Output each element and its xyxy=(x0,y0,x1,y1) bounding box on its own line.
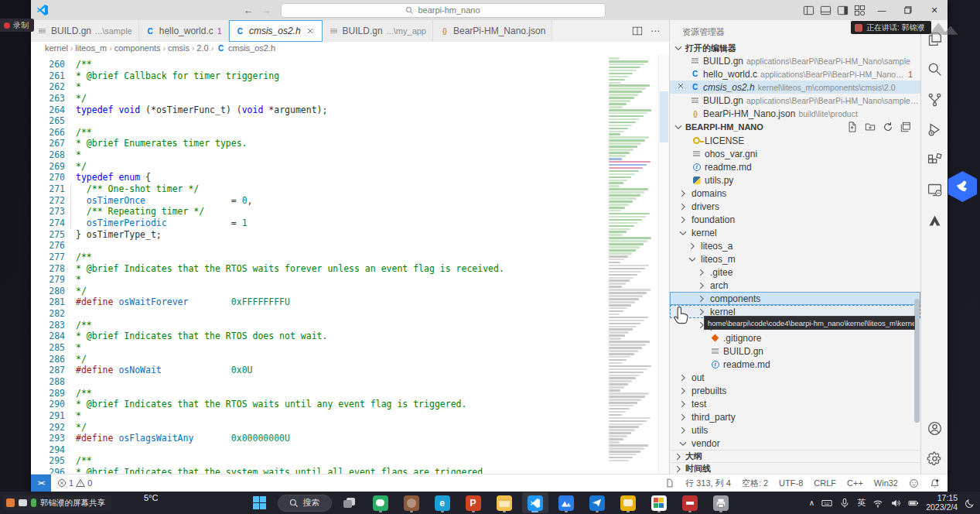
command-center-search[interactable]: bearpi-hm_nano xyxy=(281,3,606,18)
tree-item-ohos_var.gni[interactable]: ohos_var.gni xyxy=(670,147,920,160)
toggle-panel-icon[interactable] xyxy=(820,5,831,16)
tab-BearPi-HM_Nano.json[interactable]: {}BearPi-HM_Nano.json xyxy=(433,20,552,42)
network-icon[interactable] xyxy=(872,498,883,509)
clock-widget[interactable]: 17:152023/2/4 xyxy=(926,494,958,512)
screenshare-indicator[interactable]: 郭锦濮的屏幕共享 xyxy=(3,495,111,510)
tab-BUILD.gn[interactable]: BUILD.gn...\my_app xyxy=(323,20,433,42)
tree-item-liteos_a[interactable]: liteos_a xyxy=(670,239,920,252)
tree-item-utils[interactable]: utils xyxy=(670,423,920,437)
minimap[interactable] xyxy=(609,54,658,474)
start-button[interactable] xyxy=(247,492,273,513)
tree-item-domains[interactable]: domains xyxy=(670,187,920,200)
tree-item-test[interactable]: test xyxy=(670,397,920,410)
brown-app[interactable] xyxy=(398,492,425,513)
tree-item-components[interactable]: components xyxy=(670,292,920,305)
customize-layout-icon[interactable] xyxy=(854,5,866,16)
source-control-icon[interactable] xyxy=(925,90,944,108)
powerpoint-app[interactable]: P xyxy=(460,492,487,513)
remote-explorer-icon[interactable] xyxy=(925,180,944,199)
breadcrumb-item-liteos_m[interactable]: liteos_m xyxy=(75,43,107,53)
breadcrumb-item-kernel[interactable]: kernel xyxy=(45,43,68,53)
tab-cmsis_os2.h[interactable]: Ccmsis_os2.h xyxy=(229,20,323,42)
edge-browser[interactable]: e xyxy=(429,492,456,513)
breadcrumb-item-cmsis[interactable]: cmsis xyxy=(168,43,190,53)
tree-item-utils.py[interactable]: utils.py xyxy=(670,173,920,187)
search-box[interactable]: 搜索 xyxy=(278,495,332,512)
status-segment[interactable]: C++ xyxy=(847,478,863,488)
photos-app[interactable] xyxy=(646,492,672,513)
editor[interactable]: 2602612622632642652662672682692702712722… xyxy=(31,54,669,474)
project-header[interactable]: BEARPI-HM_NANO xyxy=(670,120,920,134)
collapse-all-icon[interactable] xyxy=(900,122,911,132)
task-view-button[interactable] xyxy=(336,492,363,513)
search-icon[interactable] xyxy=(925,60,944,78)
tree-item-third_party[interactable]: third_party xyxy=(670,410,920,423)
tree-item-BUILD.gn[interactable]: BUILD.gn xyxy=(670,344,920,358)
paper-plane-app[interactable] xyxy=(584,492,610,513)
open-editor-BearPi-HM_Nano.json[interactable]: {}BearPi-HM_Nano.jsonbuild\lite\product xyxy=(670,107,920,120)
battery-icon[interactable] xyxy=(908,498,919,509)
yellow-app[interactable] xyxy=(615,492,641,513)
weather-widget[interactable]: 5°C xyxy=(144,493,158,502)
tree-item-readme.md[interactable]: ireadme.md xyxy=(670,358,920,371)
settings-icon[interactable] xyxy=(925,449,944,468)
close-button[interactable]: ✕ xyxy=(921,0,948,20)
toggle-sidebar-left-icon[interactable] xyxy=(803,5,814,16)
code-area[interactable]: /*** @brief Callback for timer triggerin… xyxy=(65,59,609,474)
vscode-app[interactable] xyxy=(522,492,548,513)
breadcrumb-item-components[interactable]: components xyxy=(114,43,161,53)
run-debug-icon[interactable] xyxy=(925,120,944,139)
recording-indicator[interactable]: 录制 xyxy=(0,19,34,32)
status-segment[interactable]: CRLF xyxy=(814,478,836,488)
touch-keyboard-icon[interactable] xyxy=(821,498,832,509)
account-icon[interactable] xyxy=(925,419,944,437)
notifications-bell-icon[interactable] xyxy=(930,478,940,488)
tab-hello_world.c[interactable]: Chello_world.c1 xyxy=(139,20,229,42)
tree-item-prebuilts[interactable]: prebuilts xyxy=(670,384,920,397)
more-actions-icon[interactable]: ⋯ xyxy=(650,26,660,36)
ime-indicator[interactable]: 英 xyxy=(857,497,866,509)
tree-item-vendor[interactable]: vendor xyxy=(670,437,920,450)
tree-item-.gitignore[interactable]: .gitignore xyxy=(670,331,920,344)
tree-item-arch[interactable]: arch xyxy=(670,279,920,292)
close-editor-icon[interactable] xyxy=(676,81,687,93)
red-app[interactable] xyxy=(677,492,703,513)
feishu-meeting-badge[interactable] xyxy=(948,171,977,202)
forward-button[interactable]: → xyxy=(261,5,271,16)
file-status-icon[interactable] xyxy=(665,478,674,488)
tab-BUILD.gn[interactable]: BUILD.gn...\sample xyxy=(31,20,139,42)
volume-icon[interactable] xyxy=(890,498,901,509)
timeline-section-header[interactable]: 时间线 xyxy=(670,462,920,474)
refresh-icon[interactable] xyxy=(883,122,893,132)
wechat-app[interactable] xyxy=(367,492,394,513)
editor-gutter[interactable]: 2602612622632642652662672682692702712722… xyxy=(31,59,65,474)
new-file-icon[interactable] xyxy=(847,122,858,132)
editor-scrollbar[interactable] xyxy=(658,54,669,474)
maximize-button[interactable] xyxy=(895,0,921,20)
problems-status[interactable]: 1 0 xyxy=(51,478,98,488)
blue-mountain-app[interactable] xyxy=(553,492,579,513)
printer-app[interactable] xyxy=(708,492,734,513)
outline-section-header[interactable]: 大纲 xyxy=(670,450,920,462)
tree-item-out[interactable]: out xyxy=(670,371,920,384)
minimize-button[interactable]: — xyxy=(869,0,895,20)
tree-item-.gitee[interactable]: .gitee xyxy=(670,266,920,279)
extensions-icon[interactable] xyxy=(925,150,944,169)
file-explorer[interactable] xyxy=(491,492,517,513)
sidebar-scrollbar[interactable] xyxy=(914,299,920,423)
deveco-icon[interactable] xyxy=(925,211,944,229)
status-segment[interactable]: UTF-8 xyxy=(779,478,803,488)
remote-indicator[interactable]: >< xyxy=(31,475,51,492)
open-editor-hello_world.c[interactable]: Chello_world.capplications\BearPi\BearPi… xyxy=(670,67,920,81)
scrollbar-slider[interactable] xyxy=(660,91,668,142)
open-editors-header[interactable]: 打开的编辑器 xyxy=(670,42,920,54)
open-editor-cmsis_os2.h[interactable]: Ccmsis_os2.hkernel\liteos_m\components\c… xyxy=(670,81,920,94)
tree-item-LICENSE[interactable]: LICENSE xyxy=(670,134,920,147)
open-editor-BUILD.gn[interactable]: BUILD.gnapplications\BearPi\BearPi-HM_Na… xyxy=(670,54,920,67)
new-folder-icon[interactable] xyxy=(865,122,876,132)
breadcrumb-item-2.0[interactable]: 2.0 xyxy=(196,43,208,53)
tree-item-liteos_m[interactable]: liteos_m xyxy=(670,252,920,266)
status-segment[interactable]: Win32 xyxy=(874,478,898,488)
tree-item-readme.md[interactable]: ireadme.md xyxy=(670,160,920,173)
breadcrumb-item-cmsis_os2.h[interactable]: Ccmsis_os2.h xyxy=(216,43,275,53)
